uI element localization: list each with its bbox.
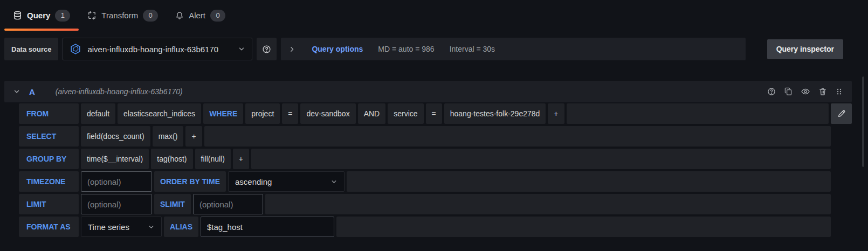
tab-alert-label: Alert: [189, 11, 205, 20]
select-row: SELECT field(docs_count) max() +: [19, 126, 831, 147]
pencil-icon: [837, 109, 846, 118]
chevron-right-icon: [288, 46, 295, 53]
timezone-label: TIMEZONE: [19, 171, 79, 192]
tab-query-count-badge: 1: [55, 10, 70, 22]
query-inspector-button[interactable]: Query inspector: [767, 39, 843, 59]
where-tag-value-2-segment[interactable]: hoang-testes-folk-29e278d: [444, 103, 546, 124]
copy-icon: [784, 87, 793, 96]
from-label: FROM: [19, 103, 79, 124]
select-aggregation-segment[interactable]: max(): [153, 126, 184, 147]
toggle-query-visibility-button[interactable]: [801, 87, 810, 96]
where-tag-value-1-segment[interactable]: dev-sandbox: [300, 103, 355, 124]
select-field-segment[interactable]: field(docs_count): [81, 126, 150, 147]
query-help-button[interactable]: [767, 87, 776, 96]
duplicate-query-button[interactable]: [784, 87, 793, 96]
limit-input[interactable]: [81, 194, 152, 214]
transform-icon: [87, 11, 97, 20]
group-by-row: GROUP BY time($__interval) tag(host) fil…: [19, 149, 831, 169]
chevron-down-icon: [148, 224, 155, 231]
query-options-bar[interactable]: Query options MD = auto = 986 Interval =…: [281, 38, 745, 60]
datasource-label: Data source: [4, 38, 58, 60]
where-condition-segment[interactable]: AND: [358, 103, 386, 124]
from-row: FROM default elasticsearch_indices WHERE…: [19, 103, 852, 124]
select-label: SELECT: [19, 126, 79, 147]
format-as-select[interactable]: Time series: [81, 217, 162, 237]
where-add-condition-button[interactable]: +: [548, 103, 564, 124]
tab-query[interactable]: Query 1: [4, 0, 79, 31]
where-operator-2-segment[interactable]: =: [426, 103, 442, 124]
datasource-picker[interactable]: aiven-influxdb-hoang-influx-63b6170: [63, 38, 252, 60]
order-by-time-select[interactable]: ascending: [228, 171, 345, 192]
eye-icon: [801, 87, 810, 96]
timezone-row-filler: [347, 171, 831, 192]
max-data-points-value: MD = auto = 986: [378, 45, 434, 53]
where-tag-key-1-segment[interactable]: project: [245, 103, 280, 124]
group-by-tag-segment[interactable]: tag(host): [151, 149, 192, 169]
alias-input[interactable]: [201, 217, 334, 237]
influxql-query-builder: FROM default elasticsearch_indices WHERE…: [19, 103, 852, 237]
measurement-segment[interactable]: elasticsearch_indices: [118, 103, 201, 124]
format-as-value: Time series: [88, 222, 129, 232]
tab-transform[interactable]: Transform 0: [79, 0, 167, 31]
toggle-text-edit-mode-button[interactable]: [831, 103, 852, 124]
from-row-filler: [567, 103, 829, 124]
vertical-scrollbar[interactable]: [862, 38, 864, 251]
chevron-down-icon[interactable]: [13, 88, 20, 95]
limit-label: LIMIT: [19, 194, 79, 214]
query-toolbar: Data source aiven-influxdb-hoang-influx-…: [4, 38, 843, 60]
query-header-actions: [767, 87, 843, 96]
tab-query-label: Query: [27, 11, 50, 20]
tab-transform-count-badge: 0: [143, 10, 158, 22]
trash-icon: [818, 87, 827, 96]
limit-row-filler: [265, 194, 831, 214]
group-by-label: GROUP BY: [19, 149, 79, 169]
format-as-row: FORMAT AS Time series ALIAS: [19, 217, 831, 237]
database-icon: [13, 11, 22, 20]
order-by-time-value: ascending: [235, 177, 272, 186]
chevron-down-icon: [330, 178, 337, 185]
influxdb-logo-icon: [70, 43, 81, 55]
select-row-filler: [204, 126, 831, 147]
query-options-label: Query options: [312, 45, 363, 53]
query-datasource-hint: (aiven-influxdb-hoang-influx-63b6170): [56, 87, 183, 96]
query-ref-id: A: [29, 87, 35, 96]
panel-editor-tab-bar: Query 1 Transform 0 Alert 0: [0, 0, 868, 31]
delete-query-button[interactable]: [818, 87, 827, 96]
question-circle-icon: [262, 45, 271, 54]
timezone-row: TIMEZONE ORDER BY TIME ascending: [19, 171, 831, 192]
group-by-time-segment[interactable]: time($__interval): [81, 149, 149, 169]
datasource-name: aiven-influxdb-hoang-influx-63b6170: [87, 45, 232, 54]
order-by-time-label: ORDER BY TIME: [154, 171, 226, 192]
where-tag-key-2-segment[interactable]: service: [388, 103, 423, 124]
format-as-label: FORMAT AS: [19, 217, 79, 237]
select-add-part-button[interactable]: +: [185, 126, 202, 147]
group-by-fill-segment[interactable]: fill(null): [195, 149, 231, 169]
where-operator-1-segment[interactable]: =: [282, 103, 298, 124]
format-as-row-filler: [336, 217, 831, 237]
retention-policy-segment[interactable]: default: [81, 103, 115, 124]
scrollbar-thumb[interactable]: [862, 76, 864, 167]
chevron-down-icon: [238, 45, 245, 53]
group-by-row-filler: [251, 149, 831, 169]
datasource-help-button[interactable]: [257, 38, 277, 60]
tab-alert[interactable]: Alert 0: [167, 0, 234, 31]
drag-query-handle[interactable]: [835, 87, 843, 96]
group-by-add-part-button[interactable]: +: [233, 149, 249, 169]
timezone-input[interactable]: [81, 171, 152, 192]
query-editor-row-a: A (aiven-influxdb-hoang-influx-63b6170): [4, 81, 852, 237]
question-circle-icon: [767, 87, 776, 96]
alias-label: ALIAS: [164, 217, 198, 237]
slimit-label: SLIMIT: [154, 194, 191, 214]
drag-handle-icon: [835, 87, 843, 96]
bell-icon: [175, 11, 184, 20]
slimit-input[interactable]: [193, 194, 263, 214]
tab-alert-count-badge: 0: [210, 10, 225, 22]
grafana-query-editor-screen: { "tabs": [ { "label": "Query", "count":…: [0, 0, 868, 251]
query-a-header[interactable]: A (aiven-influxdb-hoang-influx-63b6170): [4, 81, 852, 102]
where-label: WHERE: [203, 103, 243, 124]
interval-value: Interval = 30s: [450, 45, 495, 53]
limit-row: LIMIT SLIMIT: [19, 194, 831, 214]
tab-transform-label: Transform: [101, 11, 138, 20]
